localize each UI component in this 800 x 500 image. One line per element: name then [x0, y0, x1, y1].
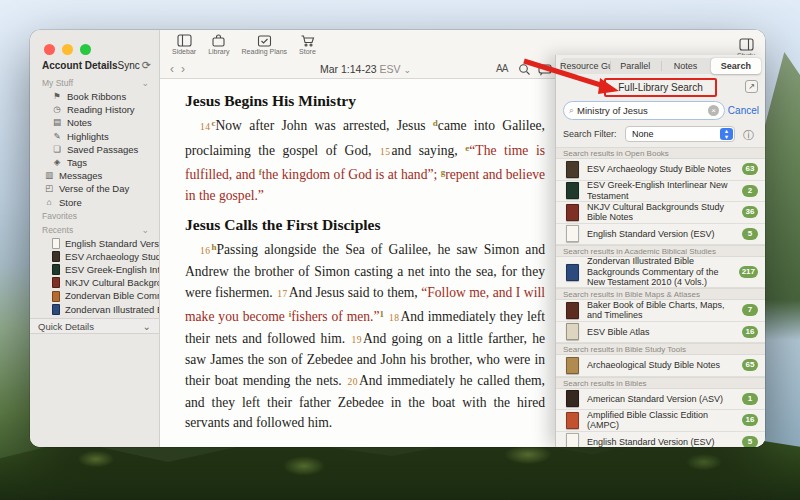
store-button[interactable]: Store: [299, 34, 316, 55]
verse-number: 15: [379, 147, 392, 157]
search-result-row[interactable]: ESV Bible Atlas16: [556, 322, 765, 344]
sync-button[interactable]: Sync⟳: [118, 59, 151, 72]
sidebar-item-label: Zondervan Bible Commentary...: [65, 289, 159, 302]
search-result-row[interactable]: American Standard Version (ASV)1: [556, 389, 765, 411]
sidebar-item[interactable]: ✎Highlights: [30, 130, 159, 143]
results-group-header: Search results in Bibles: [556, 377, 765, 389]
search-result-row[interactable]: Amplified Bible Classic Edition (AMPC)16: [556, 410, 765, 432]
book-cover-icon: [566, 264, 579, 281]
filter-dropdown[interactable]: None ▲▼: [625, 126, 735, 142]
cancel-button[interactable]: Cancel: [728, 105, 759, 116]
result-count-badge: 5: [742, 228, 758, 240]
sidebar-toggle-button[interactable]: Sidebar: [172, 34, 196, 55]
messages-icon: ▥: [44, 169, 54, 182]
close-button[interactable]: [44, 44, 55, 55]
search-panel: Resource Gui...ParallelNotesSearch Full-…: [555, 55, 765, 447]
sidebar-item-label: Verse of the Day: [59, 182, 129, 195]
sidebar-item[interactable]: ▥Messages: [30, 169, 159, 182]
panels-button[interactable]: [538, 62, 552, 80]
sidebar-item[interactable]: English Standard Version (ESV): [30, 237, 159, 250]
translation-label: ESV: [380, 63, 401, 75]
sidebar-item[interactable]: NKJV Cultural Backgrounds S...: [30, 276, 159, 289]
library-icon: [211, 34, 226, 47]
library-button[interactable]: Library: [208, 34, 229, 55]
search-result-row[interactable]: English Standard Version (ESV)5: [556, 224, 765, 246]
popout-button[interactable]: ↗: [745, 80, 758, 93]
verse-paragraph: 16hPassing alongside the Sea of Galilee,…: [185, 237, 545, 433]
sidebar-item-label: Saved Passages: [67, 143, 138, 156]
sidebar-item-label: Store: [59, 196, 82, 209]
sidebar-item[interactable]: ▤Notes: [30, 116, 159, 129]
saved-passages-icon: ❏: [52, 143, 62, 156]
result-title: Baker Book of Bible Charts, Maps, and Ti…: [587, 300, 734, 321]
result-count-badge: 63: [742, 163, 758, 175]
section-recents[interactable]: Recents⌄: [30, 223, 159, 237]
verse-of-the-day-icon: ◰: [44, 182, 54, 195]
clear-search-icon[interactable]: ×: [708, 105, 719, 116]
search-result-row[interactable]: Archaeological Study Bible Notes65: [556, 355, 765, 377]
sidebar-item[interactable]: ESV Greek-English Interlinear...: [30, 263, 159, 276]
desktop: { "window": { "sidebar": { "account_labe…: [0, 0, 800, 500]
result-title: Amplified Bible Classic Edition (AMPC): [587, 410, 734, 431]
sidebar-item[interactable]: Zondervan Illustrated Bible B...: [30, 303, 159, 316]
back-button[interactable]: ‹: [170, 62, 181, 76]
book-cover-icon: [52, 264, 60, 275]
book-cover-icon: [566, 204, 579, 221]
sidebar-list: My Stuff⌄ ⚑Book Ribbons◷Reading History▤…: [30, 76, 159, 316]
store-cart-icon: [300, 34, 315, 47]
library-search-input[interactable]: [577, 105, 708, 116]
sidebar-item[interactable]: ◷Reading History: [30, 103, 159, 116]
section-my-stuff[interactable]: My Stuff⌄: [30, 76, 159, 90]
tab-parallel[interactable]: Parallel: [610, 58, 660, 74]
section-favorites[interactable]: Favorites: [30, 209, 159, 223]
chevron-down-icon: ⌄: [403, 65, 411, 75]
tab-search[interactable]: Search: [711, 58, 761, 74]
search-result-row[interactable]: ESV Greek-English Interlinear New Testam…: [556, 181, 765, 203]
zoom-button[interactable]: [80, 44, 91, 55]
sidebar-icon: [177, 34, 192, 47]
sidebar-item[interactable]: ❏Saved Passages: [30, 143, 159, 156]
search-result-row[interactable]: Baker Book of Bible Charts, Maps, and Ti…: [556, 300, 765, 322]
sidebar-item-label: ESV Archaeology Study Bible: [65, 250, 159, 263]
book-cover-icon: [566, 302, 579, 319]
result-count-badge: 5: [742, 436, 758, 447]
sidebar-item[interactable]: ◰Verse of the Day: [30, 182, 159, 195]
reading-plans-icon: [257, 34, 272, 47]
sidebar-item[interactable]: ⚑Book Ribbons: [30, 90, 159, 103]
search-icon: ⌕: [569, 105, 574, 116]
panel-title: Full-Library Search: [618, 82, 702, 93]
passage-selector[interactable]: Mar 1:14-23 ESV ⌄: [320, 63, 411, 75]
result-title: ESV Archaeology Study Bible Notes: [587, 164, 734, 175]
verse-number: 14: [199, 122, 212, 132]
tab-notes[interactable]: Notes: [661, 58, 711, 74]
search-result-row[interactable]: NKJV Cultural Backgrounds Study Bible No…: [556, 202, 765, 224]
chevron-down-icon: ⌄: [141, 76, 149, 90]
result-count-badge: 16: [742, 326, 758, 338]
sidebar-item-label: Book Ribbons: [67, 90, 126, 103]
reading-history-icon: ◷: [52, 103, 62, 116]
search-field[interactable]: ⌕ ×: [563, 101, 725, 120]
book-ribbons-icon: ⚑: [52, 90, 62, 103]
forward-button[interactable]: ›: [181, 62, 192, 76]
panel-title-row: Full-Library Search ↗: [556, 77, 765, 97]
sidebar-item-label: Reading History: [67, 103, 135, 116]
verse-text: And Jesus said to them,: [289, 285, 422, 300]
annotation-red-box: Full-Library Search: [604, 78, 716, 97]
search-result-row[interactable]: Zondervan Illustrated Bible Backgrounds …: [556, 257, 765, 288]
book-cover-icon: [566, 323, 579, 340]
text-size-button[interactable]: AA: [496, 63, 507, 74]
search-result-row[interactable]: English Standard Version (ESV)5: [556, 432, 765, 448]
sidebar-item[interactable]: ESV Archaeology Study Bible: [30, 250, 159, 263]
minimize-button[interactable]: [62, 44, 73, 55]
result-title: Archaeological Study Bible Notes: [587, 360, 734, 371]
search-button[interactable]: [518, 62, 531, 80]
sidebar-item[interactable]: Zondervan Bible Commentary...: [30, 289, 159, 302]
quick-details-toggle[interactable]: Quick Details⌄: [30, 318, 159, 334]
reading-plans-button[interactable]: Reading Plans: [242, 34, 288, 55]
result-title: American Standard Version (ASV): [587, 394, 734, 405]
tab-resourcegui[interactable]: Resource Gui...: [560, 58, 610, 74]
sidebar-item[interactable]: ◈Tags: [30, 156, 159, 169]
info-icon[interactable]: ⓘ: [743, 128, 754, 143]
search-result-row[interactable]: ESV Archaeology Study Bible Notes63: [556, 159, 765, 181]
sidebar-item[interactable]: ⌂Store: [30, 196, 159, 209]
